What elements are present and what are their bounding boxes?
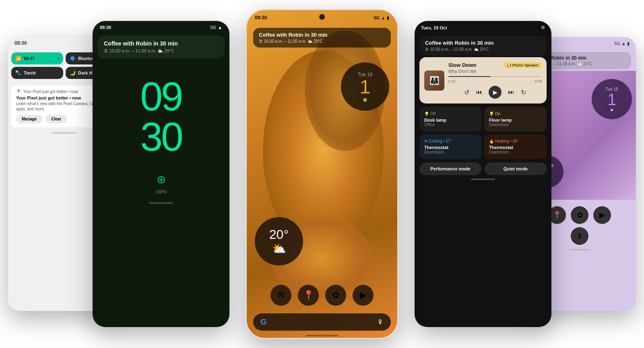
fr-clock-widget: Tue 19 1 <box>592 79 632 119</box>
sl-time: 09:30 <box>100 25 111 30</box>
center-weather-icon: ⛅ <box>272 242 286 255</box>
sl-signal: 5G <box>210 25 216 30</box>
sl-home-bar <box>149 202 173 204</box>
sr-notif-sub: 🗓 10.00 a.m. – 11.00 a.m. ⛅ 20°C <box>425 47 541 52</box>
center-signal-area: 5G ▲ ▮ <box>374 15 389 21</box>
manage-button[interactable]: Manage <box>16 115 42 123</box>
sr-tile-thermo-cool-status: ❄ Cooling • 27° <box>424 139 477 143</box>
fl-tile-wifi-label: Wi-Fi <box>24 56 35 61</box>
center-clock-widget: Tue 19 1 <box>341 62 389 111</box>
sr-settings-icon[interactable]: ⚙ <box>541 25 545 30</box>
sr-tile-floor-label: Floor lamp <box>489 118 542 122</box>
center-time: 09:30 <box>255 15 267 21</box>
sr-tile-desk-lamp[interactable]: 💡 Off Desk lamp Office <box>419 107 482 132</box>
sr-tile-thermo-cool-sub: Downstairs <box>424 150 477 154</box>
sr-tile-floor-sub: Downstairs <box>489 122 542 127</box>
fr-signal: 5G ▲ ▮ <box>614 41 630 46</box>
sl-status-bar: 09:30 5G ▲ <box>93 21 229 34</box>
sr-notif-title: Coffee with Robin in 30 min <box>425 40 541 46</box>
wifi-icon: 📶 <box>15 56 21 61</box>
sr-play-btn[interactable]: ▶ <box>489 86 502 99</box>
fl-time: 09:30 <box>14 40 27 46</box>
sr-tile-thermo-heat-label: Thermostat <box>489 145 542 150</box>
center-home-bar <box>306 335 338 336</box>
center-notif-bar: Coffee with Robin in 30 min 🗓 10.00 a.m.… <box>253 28 391 48</box>
sr-tile-thermo-heat[interactable]: 🔥 Heating • 16° Thermostat Downstairs <box>484 134 547 159</box>
sr-forward-btn[interactable]: ↻ <box>521 89 526 96</box>
center-dock-maps[interactable]: 📍 <box>298 285 319 306</box>
center-clock-widget-container: Tue 19 1 <box>341 62 389 119</box>
screen-second-right: Tues, 19 Oct ⚙ Coffee with Robin in 30 m… <box>415 21 551 327</box>
fr-clock-hour: 1 <box>607 91 616 108</box>
fr-mic-button[interactable]: 🎙 <box>571 227 588 245</box>
sr-album-art: 👨‍👩‍👧 <box>424 70 444 91</box>
sr-progress-fill <box>448 76 490 77</box>
bluetooth-icon: 🔷 <box>70 56 76 61</box>
sr-tile-thermo-cool-label: Thermostat <box>424 145 477 150</box>
dark-theme-icon: 🌙 <box>70 70 76 76</box>
sr-tile-thermo-cool[interactable]: ❄ Cooling • 27° Thermostat Downstairs <box>419 134 482 159</box>
sr-artist: Why Don't We <box>448 69 542 74</box>
sr-tile-desk-status: 💡 Off <box>424 112 477 116</box>
sr-time-labels: 2:20 3:08 <box>448 79 542 83</box>
sl-fingerprint[interactable]: ⊕ <box>93 173 229 186</box>
fl-home-bar <box>52 132 76 134</box>
sr-next-btn[interactable]: ⏭ <box>508 89 514 96</box>
sr-home-bar <box>471 178 495 180</box>
sr-tile-desk-label: Desk lamp <box>424 118 477 122</box>
pixel-icon: 📍 <box>16 89 21 94</box>
screen-second-left: 09:30 5G ▲ Coffee with Robin in 30 min 🗓… <box>93 21 229 327</box>
clear-button[interactable]: Clear <box>45 115 67 123</box>
center-temp: 20° <box>269 227 289 242</box>
center-dock: ✉ 📍 ✿ ▶ <box>270 285 374 306</box>
center-dock-fan[interactable]: ✿ <box>325 285 346 306</box>
sr-tile-thermo-heat-sub: Downstairs <box>489 150 542 154</box>
center-dock-youtube[interactable]: ▶ <box>353 285 374 306</box>
sr-prev-btn[interactable]: ⏮ <box>476 89 482 96</box>
fl-tile-wifi[interactable]: 📶 Wi-Fi › <box>11 52 63 64</box>
sr-tile-thermo-heat-status: 🔥 Heating • 16° <box>489 139 542 143</box>
center-signal-icon: ▲ <box>381 16 385 20</box>
fl-tile-torch[interactable]: 🔦 Torch <box>11 67 63 79</box>
performance-mode-button[interactable]: Performance mode <box>419 162 481 175</box>
sr-tile-floor-lamp[interactable]: 💡 On Floor lamp Downstairs <box>484 107 547 132</box>
fr-dock-youtube[interactable]: ▶ <box>593 206 611 224</box>
center-status-bar: 09:30 5G ▲ ▮ <box>247 10 397 22</box>
sr-song-title: Slow Down <box>448 62 476 68</box>
fl-tile-torch-label: Torch <box>24 70 36 75</box>
center-clock-hour: 1 <box>360 77 371 97</box>
screen-center: 09:30 5G ▲ ▮ Coffee with Robin in 30 min… <box>246 9 398 339</box>
fr-dock-fan[interactable]: ✿ <box>571 206 588 224</box>
quiet-mode-button[interactable]: Quiet mode <box>485 162 547 175</box>
sr-speaker-badge: 📢 Phone Speaker <box>504 62 542 68</box>
fr-home-bar <box>570 249 590 251</box>
sl-notif-sub: 🗓 10.00 a.m. – 11.00 a.m. ⛅ 20°C <box>104 48 218 54</box>
scene: 09:30 5 📶 Wi-Fi › 🔷 Bluetooth 🔦 Torch 🌙 … <box>0 0 644 348</box>
sr-music-card: 👨‍👩‍👧 Slow Down 📢 Phone Speaker Why Don'… <box>419 57 547 104</box>
center-notif-sub: 🗓 10.00 a.m. – 11.00 a.m. ⛅ 20°C <box>259 39 385 44</box>
mic-icon[interactable]: 🎙 <box>377 319 384 326</box>
torch-icon: 🔦 <box>15 70 21 76</box>
chevron-right-icon: › <box>58 56 59 61</box>
center-search-bar[interactable]: G 🎙 <box>253 313 391 331</box>
sr-music-info: Slow Down 📢 Phone Speaker Why Don't We 2… <box>448 62 542 99</box>
sr-progress-bar[interactable] <box>448 76 542 77</box>
sl-icons: 5G ▲ <box>210 25 222 30</box>
sr-time-start: 2:20 <box>448 79 456 83</box>
center-camera <box>319 14 325 20</box>
sr-tile-desk-sub: Office <box>424 122 477 127</box>
center-signal-5g: 5G <box>374 15 380 20</box>
sl-notification-bar: Coffee with Robin in 30 min 🗓 10.00 a.m.… <box>97 35 225 58</box>
center-weather-widget: 20° ⛅ <box>255 217 303 265</box>
sl-clock: 0930 <box>93 60 229 165</box>
center-notif-title: Coffee with Robin in 30 min <box>259 32 385 38</box>
sr-smart-grid: 💡 Off Desk lamp Office 💡 On Floor lamp D… <box>419 107 547 159</box>
fr-dot <box>611 109 613 111</box>
sr-time-end: 3:08 <box>535 79 542 83</box>
sl-notif-title: Coffee with Robin in 30 min <box>104 40 218 47</box>
center-dock-mail[interactable]: ✉ <box>270 285 291 306</box>
google-logo: G <box>260 317 267 327</box>
sr-replay-btn[interactable]: ↺ <box>464 89 469 96</box>
fl-notif-app: Your Pixel just got better • now <box>23 89 78 94</box>
center-battery-icon: ▮ <box>387 15 389 21</box>
